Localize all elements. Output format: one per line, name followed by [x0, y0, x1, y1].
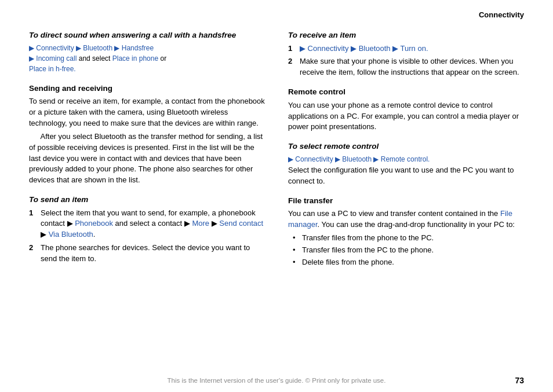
- page: Connectivity To direct sound when answer…: [0, 0, 553, 392]
- right-column: To receive an item 1 ▶ Connectivity ▶ Bl…: [288, 30, 524, 276]
- receive-item-step1: 1 ▶ Connectivity ▶ Bluetooth ▶ Turn on.: [288, 43, 524, 54]
- nav-remote-control: ▶ Connectivity ▶ Bluetooth ▶ Remote cont…: [288, 155, 524, 164]
- file-transfer-intro: You can use a PC to view and transfer co…: [288, 208, 524, 230]
- nav-path-handsfree: ▶ Connectivity ▶ Bluetooth ▶ Handsfree: [29, 43, 265, 53]
- section-direct-sound-title: To direct sound when answering a call wi…: [29, 30, 265, 41]
- file-transfer-bullets: • Transfer files from the phone to the P…: [288, 233, 524, 268]
- receive-item-step2: 2 Make sure that your phone is visible t…: [288, 56, 524, 78]
- left-column: To direct sound when answering a call wi…: [29, 30, 265, 276]
- nav-path-incoming: ▶ Incoming call and select Place in phon…: [29, 54, 265, 64]
- footer-text: This is the Internet version of the user…: [168, 377, 386, 384]
- sending-para2: After you select Bluetooth as the transf…: [29, 131, 265, 186]
- send-item-list: 1 Select the item that you want to send,…: [29, 208, 265, 265]
- sending-para1: To send or receive an item, for example,…: [29, 96, 265, 129]
- section-receive-title: To receive an item: [288, 30, 524, 41]
- section-receive-item: To receive an item 1 ▶ Connectivity ▶ Bl…: [288, 30, 524, 78]
- select-remote-text: Select the configuration file you want t…: [288, 165, 524, 187]
- header-title: Connectivity: [479, 10, 524, 19]
- bullet-item-1: • Transfer files from the phone to the P…: [293, 233, 524, 244]
- section-file-transfer-title: File transfer: [288, 195, 524, 207]
- section-select-remote-title: To select remote control: [288, 141, 524, 152]
- content-area: To direct sound when answering a call wi…: [29, 30, 524, 276]
- section-send-item: To send an item 1 Select the item that y…: [29, 194, 265, 265]
- section-sending-receiving: Sending and receiving To send or receive…: [29, 83, 265, 186]
- send-item-step1: 1 Select the item that you want to send,…: [29, 208, 265, 241]
- send-item-step2: 2 The phone searches for devices. Select…: [29, 243, 265, 265]
- page-footer: This is the Internet version of the user…: [29, 377, 524, 384]
- section-direct-sound: To direct sound when answering a call wi…: [29, 30, 265, 75]
- section-remote-control: Remote control You can use your phone as…: [288, 86, 524, 133]
- section-select-remote: To select remote control ▶ Connectivity …: [288, 141, 524, 187]
- page-header: Connectivity: [29, 0, 524, 25]
- section-send-item-title: To send an item: [29, 194, 265, 206]
- section-sending-title: Sending and receiving: [29, 83, 265, 94]
- section-file-transfer: File transfer You can use a PC to view a…: [288, 195, 524, 268]
- page-number: 73: [515, 376, 524, 385]
- bullet-item-2: • Transfer files from the PC to the phon…: [293, 245, 524, 256]
- nav-path-place-hfree: Place in h-free.: [29, 64, 265, 74]
- receive-item-list: 1 ▶ Connectivity ▶ Bluetooth ▶ Turn on. …: [288, 43, 524, 79]
- bullet-item-3: • Delete files from the phone.: [293, 257, 524, 268]
- remote-control-text: You can use your phone as a remote contr…: [288, 100, 524, 133]
- section-remote-title: Remote control: [288, 86, 524, 98]
